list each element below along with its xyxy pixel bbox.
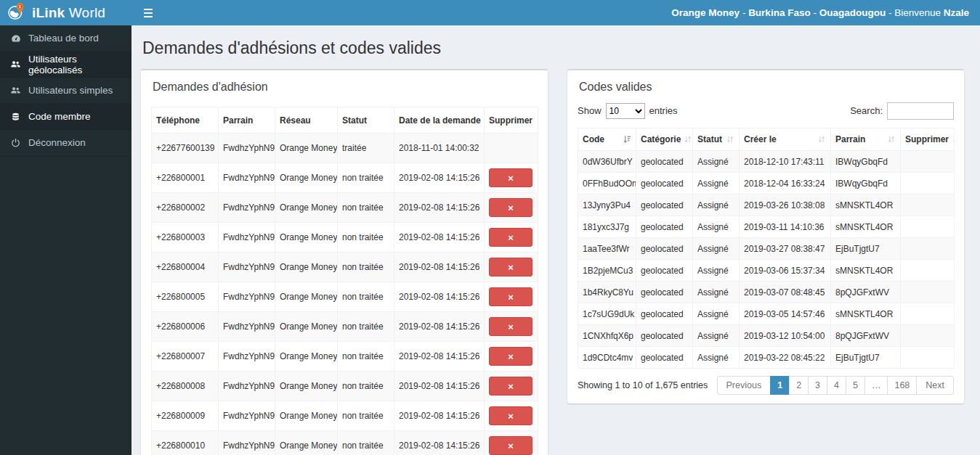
pagination-page-1[interactable]: 1 — [770, 376, 790, 395]
adhesion-row: +226800006FwdhzYphN9Orange Moneynon trai… — [152, 312, 538, 342]
cell-supprimer — [901, 194, 955, 216]
cell-statut: non traitée — [338, 372, 394, 401]
column-header-categorie[interactable]: Catégorie — [636, 128, 693, 151]
pagination-page-168[interactable]: 168 — [887, 376, 917, 395]
cell-categorie: geolocated — [636, 238, 693, 260]
column-header-code[interactable]: Code — [578, 128, 636, 151]
adhesion-row: +226800010FwdhzYphN9Orange Moneynon trai… — [152, 431, 538, 455]
cell-date: 2019-02-08 14:15:26 — [394, 342, 485, 372]
cell-statut: Assigné — [693, 173, 740, 194]
cell-date: 2019-02-08 14:15:26 — [394, 193, 485, 223]
adhesion-row: +226800002FwdhzYphN9Orange Moneynon trai… — [152, 193, 538, 223]
sidebar-menu: Tableau de bordUtilisateurs géolocalisés… — [0, 25, 131, 156]
delete-button[interactable]: × — [489, 168, 532, 187]
delete-button[interactable]: × — [489, 228, 532, 247]
cell-supprimer — [901, 325, 955, 347]
search-label: Search: — [850, 105, 883, 116]
cell-reseau: Orange Money — [275, 431, 338, 455]
cell-code: 1B2pjeMCu3 — [578, 260, 636, 282]
user-info-segment: - — [886, 7, 894, 18]
delete-button[interactable]: × — [489, 287, 532, 306]
delete-button[interactable]: × — [489, 258, 532, 276]
delete-button[interactable]: × — [489, 317, 532, 336]
page-length-select[interactable]: 10 — [606, 103, 645, 119]
cell-code: 0dW36UfbrY — [578, 151, 636, 173]
pagination-next[interactable]: Next — [916, 376, 954, 395]
column-label: Créer le — [744, 134, 777, 144]
search-input[interactable] — [887, 102, 954, 120]
delete-button[interactable]: × — [489, 436, 532, 455]
search-control: Search: — [850, 102, 954, 120]
brand[interactable]: $ iLink World — [0, 0, 131, 25]
svg-text:$: $ — [19, 4, 21, 9]
cell-reseau: Orange Money — [275, 401, 338, 431]
cell-telephone: +226800005 — [152, 282, 219, 312]
table-info: Showing 1 to 10 of 1,675 entries — [578, 380, 708, 390]
pagination-page-3[interactable]: 3 — [808, 376, 827, 395]
cell-parrain: 8pQJGFxtWV — [831, 282, 901, 303]
sidebar-item-deconnexion[interactable]: Déconnexion — [0, 130, 131, 156]
cell-statut: non traitée — [338, 342, 394, 372]
column-label: Parrain — [835, 134, 865, 144]
code-row: 1b4RkyC8YugeolocatedAssigné2019-03-07 08… — [578, 282, 955, 303]
cell-reseau: Orange Money — [275, 282, 338, 312]
cell-parrain: EjBuTjgtU7 — [831, 238, 901, 260]
cell-telephone: +226800006 — [152, 312, 219, 342]
cell-statut: non traitée — [338, 223, 394, 253]
cell-parrain: FwdhzYphN9 — [219, 134, 275, 163]
code-row: 0FFhBudOOmgeolocatedAssigné2018-12-04 16… — [578, 173, 955, 194]
cell-reseau: Orange Money — [275, 312, 338, 342]
sidebar-item-utilisateurs-geolocalises[interactable]: Utilisateurs géolocalisés — [0, 52, 131, 78]
cell-reseau: Orange Money — [275, 342, 338, 372]
pagination-previous[interactable]: Previous — [717, 376, 772, 395]
pagination-page-2[interactable]: 2 — [789, 376, 809, 395]
cell-statut: non traitée — [338, 253, 394, 282]
column-header-supprimer: Supprimer — [485, 107, 538, 134]
delete-button[interactable]: × — [489, 377, 532, 395]
column-header-supprimer[interactable]: Supprimer — [901, 128, 955, 151]
delete-button[interactable]: × — [489, 198, 532, 217]
cell-parrain: EjBuTjgtU7 — [831, 347, 901, 369]
sort-asc-icon — [623, 135, 631, 144]
sidebar-item-tableau-de-bord[interactable]: Tableau de bord — [0, 25, 131, 52]
sidebar-item-code-membre[interactable]: Code membre — [0, 104, 131, 130]
cell-statut: non traitée — [338, 312, 394, 342]
adhesions-panel-title: Demandes d'adhésion — [153, 81, 538, 94]
cell-date: 2019-02-08 14:15:26 — [394, 223, 485, 253]
sidebar-item-utilisateurs-simples[interactable]: Utilisateurs simples — [0, 78, 131, 104]
cell-code: 1CNXhfqX6p — [578, 325, 636, 347]
cell-supprimer — [901, 282, 955, 303]
column-label: Supprimer — [905, 134, 949, 144]
cell-categorie: geolocated — [636, 194, 693, 216]
cell-categorie: geolocated — [636, 173, 693, 194]
cell-supprimer: × — [485, 253, 538, 282]
column-header-statut[interactable]: Statut — [693, 128, 740, 151]
cell-supprimer — [901, 303, 955, 325]
cell-date: 2019-02-08 14:15:26 — [394, 282, 485, 312]
cell-parrain: FwdhzYphN9 — [219, 431, 275, 455]
sidebar-toggle-menu-icon[interactable] — [142, 4, 154, 22]
pagination-page-5[interactable]: 5 — [846, 376, 865, 395]
adhesions-table: TéléphoneParrainRéseauStatutDate de la d… — [151, 107, 538, 455]
sidebar-item-label: Utilisateurs géolocalisés — [28, 54, 121, 75]
cell-date: 2019-02-08 14:15:26 — [394, 372, 485, 401]
cell-supprimer: × — [485, 312, 538, 342]
user-info-segment: Bienvenue — [894, 7, 944, 18]
cell-telephone: +226800004 — [152, 253, 219, 282]
cell-statut: Assigné — [693, 216, 740, 238]
delete-button[interactable]: × — [489, 347, 532, 366]
cell-statut: Assigné — [693, 238, 740, 260]
cell-telephone: +226800008 — [152, 372, 219, 401]
column-header-parrain[interactable]: Parrain — [831, 128, 901, 151]
column-label: Statut — [697, 134, 722, 144]
column-header-creer-le[interactable]: Créer le — [740, 128, 831, 151]
cell-telephone: +226800001 — [152, 163, 219, 193]
sidebar-item-label: Déconnexion — [28, 137, 86, 148]
adhesion-row: +226800007FwdhzYphN9Orange Moneynon trai… — [152, 342, 538, 372]
pagination-page-4[interactable]: 4 — [827, 376, 846, 395]
sidebar: Tableau de bordUtilisateurs géolocalisés… — [0, 25, 131, 455]
cell-statut: non traitée — [338, 163, 394, 193]
cell-parrain: 8pQJGFxtWV — [831, 325, 901, 347]
show-label: Show — [578, 105, 602, 116]
delete-button[interactable]: × — [489, 406, 532, 425]
